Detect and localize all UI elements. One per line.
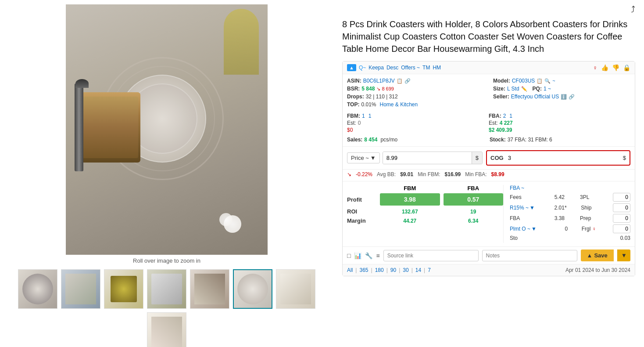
bsr-label: BSR: bbox=[347, 86, 360, 92]
bb-pct: -0.22% bbox=[356, 171, 372, 177]
keepa-link[interactable]: Keepa bbox=[369, 65, 384, 71]
share-icon[interactable]: ⤴ bbox=[631, 4, 635, 14]
prep-input[interactable] bbox=[613, 214, 630, 223]
bottom-icon-3[interactable]: 🔧 bbox=[365, 252, 372, 259]
seller-value[interactable]: Effectyou Official US bbox=[511, 94, 559, 100]
top-category[interactable]: Home & Kitchen bbox=[379, 101, 418, 108]
fees-row-sto: Sto 0.03 bbox=[510, 235, 630, 241]
margin-row: Margin 44.27 6.34 bbox=[347, 217, 503, 224]
thumbnail-7[interactable] bbox=[276, 269, 315, 309]
asin-copy-icon[interactable]: 📋 bbox=[397, 78, 403, 84]
pq-value[interactable]: 1 ~ bbox=[544, 86, 551, 92]
thumbnail-1[interactable] bbox=[18, 269, 57, 309]
bottom-icon-1[interactable]: □ bbox=[347, 252, 351, 259]
date-footer: All | 365 | 180 | 90 | 30 | 14 | 7 Apr 0… bbox=[343, 264, 635, 276]
sales-stock-section: Sales: 8 454 pcs/mo Stock: 37 FBA: 31 FB… bbox=[343, 137, 635, 146]
model-search-icon[interactable]: 🔍 bbox=[544, 78, 551, 84]
offers-link[interactable]: Offers ~ bbox=[401, 65, 420, 71]
seller-info-icon[interactable]: ℹ️ bbox=[561, 94, 567, 100]
date-7-link[interactable]: 7 bbox=[428, 267, 431, 273]
fba-select-dropdown[interactable]: FBA ~ bbox=[510, 185, 630, 191]
frgl-input[interactable] bbox=[613, 224, 630, 233]
date-30-link[interactable]: 30 bbox=[403, 267, 408, 273]
bottom-bar: □ 📊 🔧 ≡ ▲ Save ▼ bbox=[343, 246, 635, 264]
hm-link[interactable]: HM bbox=[433, 65, 441, 71]
date-14-link[interactable]: 14 bbox=[415, 267, 421, 273]
fees-row-fees: Fees 5.42 3PL bbox=[510, 193, 630, 202]
notes-input[interactable] bbox=[482, 250, 577, 261]
save-button[interactable]: ▲ Save bbox=[581, 249, 614, 261]
asin-row: ASIN: B0C6L1P8JV 📋 🔗 bbox=[347, 78, 484, 84]
model-row: Model: CF003US 📋 🔍 ~ bbox=[493, 78, 630, 84]
lock-icon[interactable]: 🔒 bbox=[623, 64, 630, 71]
seller-label: Seller: bbox=[493, 94, 509, 100]
margin-label: Margin bbox=[347, 217, 380, 224]
sales-unit: pcs/mo bbox=[380, 137, 397, 143]
tpl-input[interactable] bbox=[613, 193, 630, 202]
calc-headers: FBM FBA bbox=[347, 185, 503, 192]
min-fba-label: Min FBA: bbox=[465, 171, 487, 177]
date-90-link[interactable]: 90 bbox=[390, 267, 396, 273]
sto-label: Sto bbox=[510, 235, 532, 241]
info-card: ▲ Q~ Keepa Desc Offers ~ TM HM ♀ 👍 👎 🔒 A… bbox=[342, 61, 635, 276]
size-edit-icon[interactable]: ✏️ bbox=[521, 86, 527, 92]
profit-fbm-box: 3.98 bbox=[380, 193, 440, 206]
est-fba-label: Est: bbox=[489, 120, 498, 126]
fba-label: FBA: bbox=[489, 113, 501, 119]
price-input[interactable] bbox=[383, 152, 472, 164]
thumbup-icon[interactable]: 👍 bbox=[601, 64, 608, 71]
thumbdown-icon[interactable]: 👎 bbox=[612, 64, 619, 71]
q-icon[interactable]: Q~ bbox=[359, 65, 366, 71]
sales-row: Sales: 8 454 pcs/mo bbox=[347, 137, 488, 143]
size-value: L Std bbox=[507, 86, 519, 92]
seller-link-icon[interactable]: 🔗 bbox=[569, 94, 575, 100]
profit-row: Profit 3.98 0.57 bbox=[347, 193, 503, 206]
sto-val: 0.03 bbox=[613, 235, 630, 241]
roi-label: ROI bbox=[347, 208, 380, 215]
thumbnail-4[interactable] bbox=[147, 269, 186, 309]
model-copy-icon[interactable]: 📋 bbox=[537, 78, 543, 84]
card-header: ▲ Q~ Keepa Desc Offers ~ TM HM ♀ 👍 👎 🔒 bbox=[343, 61, 635, 74]
calc-main: FBM FBA Profit 3.98 0.57 ROI 132.67 19 bbox=[347, 185, 503, 243]
bottom-icon-4[interactable]: ≡ bbox=[376, 252, 379, 259]
thumbnail-3[interactable] bbox=[104, 269, 143, 309]
frgl-label: Frgl ♀ bbox=[582, 226, 599, 232]
bottom-icon-2[interactable]: 📊 bbox=[354, 252, 361, 259]
fees-row-plmt: Plmt O ~ ▼ 0 Frgl ♀ bbox=[510, 224, 630, 233]
cog-input[interactable] bbox=[506, 153, 620, 163]
model-value[interactable]: CF003US bbox=[512, 78, 535, 84]
date-range: Apr 01 2024 to Jun 30 2024 bbox=[565, 267, 630, 273]
min-fbm-label: Min FBM: bbox=[418, 171, 440, 177]
thumbnail-8[interactable] bbox=[147, 312, 186, 347]
thumbnail-6[interactable] bbox=[233, 269, 272, 309]
est-fba-dollars: $2 409.39 bbox=[489, 127, 512, 133]
thumbnail-5[interactable] bbox=[190, 269, 229, 309]
fees-val: 5.42 bbox=[547, 194, 565, 200]
top-value: 0.01% bbox=[361, 101, 376, 108]
r15-label[interactable]: R15% ~ ▼ bbox=[510, 205, 535, 211]
desc-link[interactable]: Desc bbox=[386, 65, 398, 71]
date-365-link[interactable]: 365 bbox=[359, 267, 368, 273]
drops-value: 32 | 110 | 312 bbox=[366, 94, 398, 100]
date-180-link[interactable]: 180 bbox=[375, 267, 384, 273]
asin-link-icon[interactable]: 🔗 bbox=[404, 78, 411, 84]
price-dropdown-button[interactable]: Price ~ ▼ bbox=[347, 152, 380, 163]
date-all-link[interactable]: All bbox=[347, 267, 353, 273]
date-links: All | 365 | 180 | 90 | 30 | 14 | 7 bbox=[347, 267, 431, 273]
model-chevron[interactable]: ~ bbox=[552, 78, 555, 83]
save-dropdown-button[interactable]: ▼ bbox=[617, 249, 630, 261]
asin-value[interactable]: B0C6L1P8JV bbox=[363, 78, 395, 84]
tm-link[interactable]: TM bbox=[422, 65, 430, 71]
ship-input[interactable] bbox=[613, 203, 630, 212]
thumbnail-2[interactable] bbox=[61, 269, 100, 309]
keepa-icon: ▲ bbox=[347, 64, 356, 71]
calc-fees-section: FBM FBA Profit 3.98 0.57 ROI 132.67 19 bbox=[343, 181, 635, 246]
pin-icon[interactable]: ♀ bbox=[593, 64, 598, 71]
model-label: Model: bbox=[493, 78, 510, 84]
fba-fees-label: FBA bbox=[510, 215, 532, 221]
cog-currency: $ bbox=[623, 155, 626, 161]
avg-bb-val: $9.01 bbox=[400, 171, 413, 177]
source-link-input[interactable] bbox=[383, 250, 479, 261]
min-fbm-val: $16.99 bbox=[445, 171, 461, 177]
plmt-label[interactable]: Plmt O ~ ▼ bbox=[510, 226, 537, 232]
